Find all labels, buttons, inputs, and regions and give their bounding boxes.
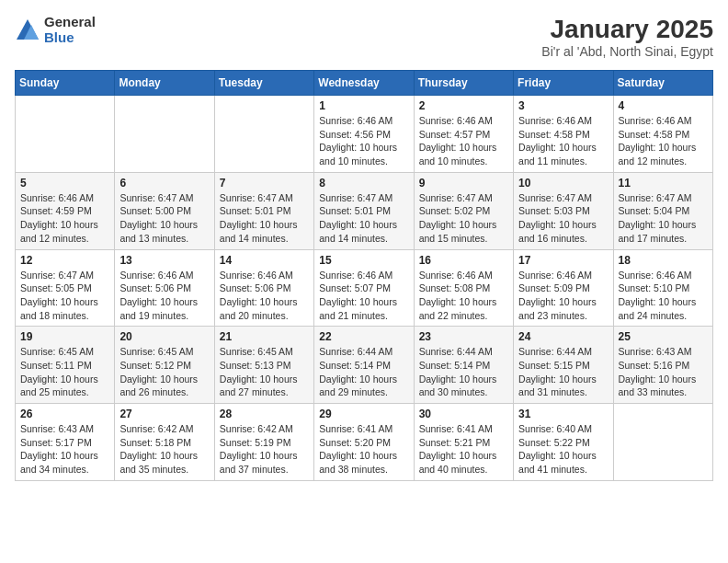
day-info: Sunrise: 6:45 AM Sunset: 5:12 PM Dayligh…: [119, 345, 209, 399]
day-number: 22: [319, 330, 408, 343]
calendar-subtitle: Bi'r al 'Abd, North Sinai, Egypt: [541, 44, 713, 59]
calendar-cell: 6Sunrise: 6:47 AM Sunset: 5:00 PM Daylig…: [115, 172, 214, 249]
calendar-cell: 25Sunrise: 6:43 AM Sunset: 5:16 PM Dayli…: [613, 327, 712, 404]
day-info: Sunrise: 6:44 AM Sunset: 5:15 PM Dayligh…: [518, 345, 608, 399]
calendar-cell: 27Sunrise: 6:42 AM Sunset: 5:18 PM Dayli…: [115, 404, 214, 481]
calendar-cell: 12Sunrise: 6:47 AM Sunset: 5:05 PM Dayli…: [16, 249, 115, 327]
logo-blue-text: Blue: [44, 30, 96, 46]
day-info: Sunrise: 6:46 AM Sunset: 4:58 PM Dayligh…: [518, 114, 608, 168]
calendar-week-row: 1Sunrise: 6:46 AM Sunset: 4:56 PM Daylig…: [16, 96, 713, 173]
day-number: 7: [220, 177, 309, 190]
logo-general-text: General: [44, 15, 96, 30]
day-info: Sunrise: 6:46 AM Sunset: 4:56 PM Dayligh…: [319, 114, 408, 168]
header: General Blue January 2025 Bi'r al 'Abd, …: [15, 15, 713, 59]
calendar-cell: 29Sunrise: 6:41 AM Sunset: 5:20 PM Dayli…: [314, 404, 414, 481]
day-number: 28: [220, 408, 309, 420]
calendar-week-row: 19Sunrise: 6:45 AM Sunset: 5:11 PM Dayli…: [16, 327, 713, 404]
calendar-cell: 26Sunrise: 6:43 AM Sunset: 5:17 PM Dayli…: [16, 404, 115, 481]
day-header-saturday: Saturday: [613, 71, 712, 96]
day-info: Sunrise: 6:46 AM Sunset: 5:10 PM Dayligh…: [619, 269, 708, 323]
day-number: 4: [619, 99, 708, 112]
day-number: 20: [119, 330, 209, 343]
calendar-cell: 7Sunrise: 6:47 AM Sunset: 5:01 PM Daylig…: [214, 172, 313, 249]
day-number: 30: [419, 408, 508, 420]
day-info: Sunrise: 6:41 AM Sunset: 5:20 PM Dayligh…: [319, 422, 408, 477]
calendar-cell: 30Sunrise: 6:41 AM Sunset: 5:21 PM Dayli…: [414, 404, 513, 481]
day-number: 1: [319, 99, 408, 112]
day-info: Sunrise: 6:41 AM Sunset: 5:21 PM Dayligh…: [419, 422, 508, 477]
calendar-cell: [613, 404, 712, 481]
calendar-week-row: 26Sunrise: 6:43 AM Sunset: 5:17 PM Dayli…: [16, 404, 713, 481]
logo-text: General Blue: [44, 15, 96, 45]
day-info: Sunrise: 6:47 AM Sunset: 5:01 PM Dayligh…: [220, 191, 309, 246]
day-info: Sunrise: 6:46 AM Sunset: 5:09 PM Dayligh…: [518, 269, 608, 323]
calendar-cell: [115, 96, 214, 173]
calendar-title: January 2025: [541, 15, 713, 44]
calendar-cell: 2Sunrise: 6:46 AM Sunset: 4:57 PM Daylig…: [414, 96, 513, 173]
day-info: Sunrise: 6:47 AM Sunset: 5:02 PM Dayligh…: [419, 191, 508, 246]
day-info: Sunrise: 6:46 AM Sunset: 5:08 PM Dayligh…: [419, 269, 508, 323]
day-header-sunday: Sunday: [16, 71, 115, 96]
day-info: Sunrise: 6:42 AM Sunset: 5:18 PM Dayligh…: [119, 422, 209, 477]
day-info: Sunrise: 6:47 AM Sunset: 5:05 PM Dayligh…: [20, 269, 109, 323]
day-header-thursday: Thursday: [414, 71, 513, 96]
calendar-week-row: 12Sunrise: 6:47 AM Sunset: 5:05 PM Dayli…: [16, 249, 713, 327]
logo-icon: [15, 17, 40, 43]
calendar-cell: 5Sunrise: 6:46 AM Sunset: 4:59 PM Daylig…: [16, 172, 115, 249]
day-number: 26: [20, 408, 109, 420]
calendar-cell: 24Sunrise: 6:44 AM Sunset: 5:15 PM Dayli…: [514, 327, 613, 404]
day-info: Sunrise: 6:44 AM Sunset: 5:14 PM Dayligh…: [419, 345, 508, 399]
day-number: 2: [419, 99, 508, 112]
calendar-week-row: 5Sunrise: 6:46 AM Sunset: 4:59 PM Daylig…: [16, 172, 713, 249]
calendar-cell: 17Sunrise: 6:46 AM Sunset: 5:09 PM Dayli…: [514, 249, 613, 327]
calendar-cell: 28Sunrise: 6:42 AM Sunset: 5:19 PM Dayli…: [214, 404, 313, 481]
day-info: Sunrise: 6:46 AM Sunset: 5:06 PM Dayligh…: [119, 269, 209, 323]
calendar-cell: 10Sunrise: 6:47 AM Sunset: 5:03 PM Dayli…: [514, 172, 613, 249]
day-number: 17: [518, 254, 608, 267]
calendar-cell: 4Sunrise: 6:46 AM Sunset: 4:58 PM Daylig…: [613, 96, 712, 173]
day-info: Sunrise: 6:45 AM Sunset: 5:13 PM Dayligh…: [220, 345, 309, 399]
calendar-cell: 16Sunrise: 6:46 AM Sunset: 5:08 PM Dayli…: [414, 249, 513, 327]
calendar-cell: 8Sunrise: 6:47 AM Sunset: 5:01 PM Daylig…: [314, 172, 414, 249]
day-number: 14: [220, 254, 309, 267]
day-info: Sunrise: 6:47 AM Sunset: 5:00 PM Dayligh…: [119, 191, 209, 246]
day-header-tuesday: Tuesday: [214, 71, 313, 96]
day-number: 15: [319, 254, 408, 267]
calendar-cell: 14Sunrise: 6:46 AM Sunset: 5:06 PM Dayli…: [214, 249, 313, 327]
day-number: 19: [20, 330, 109, 343]
calendar-cell: [16, 96, 115, 173]
day-info: Sunrise: 6:46 AM Sunset: 4:58 PM Dayligh…: [619, 114, 708, 168]
day-number: 5: [20, 177, 109, 190]
calendar-cell: 15Sunrise: 6:46 AM Sunset: 5:07 PM Dayli…: [314, 249, 414, 327]
day-number: 3: [518, 99, 608, 112]
calendar-cell: 11Sunrise: 6:47 AM Sunset: 5:04 PM Dayli…: [613, 172, 712, 249]
day-info: Sunrise: 6:43 AM Sunset: 5:16 PM Dayligh…: [619, 345, 708, 399]
day-info: Sunrise: 6:46 AM Sunset: 5:06 PM Dayligh…: [220, 269, 309, 323]
day-info: Sunrise: 6:46 AM Sunset: 4:59 PM Dayligh…: [20, 191, 109, 246]
calendar-cell: 21Sunrise: 6:45 AM Sunset: 5:13 PM Dayli…: [214, 327, 313, 404]
calendar-cell: 23Sunrise: 6:44 AM Sunset: 5:14 PM Dayli…: [414, 327, 513, 404]
calendar-cell: 1Sunrise: 6:46 AM Sunset: 4:56 PM Daylig…: [314, 96, 414, 173]
calendar-cell: 9Sunrise: 6:47 AM Sunset: 5:02 PM Daylig…: [414, 172, 513, 249]
day-info: Sunrise: 6:47 AM Sunset: 5:04 PM Dayligh…: [619, 191, 708, 246]
calendar-cell: 20Sunrise: 6:45 AM Sunset: 5:12 PM Dayli…: [115, 327, 214, 404]
day-number: 18: [619, 254, 708, 267]
day-header-friday: Friday: [514, 71, 613, 96]
day-number: 21: [220, 330, 309, 343]
day-info: Sunrise: 6:40 AM Sunset: 5:22 PM Dayligh…: [518, 422, 608, 477]
calendar-cell: 31Sunrise: 6:40 AM Sunset: 5:22 PM Dayli…: [514, 404, 613, 481]
day-info: Sunrise: 6:43 AM Sunset: 5:17 PM Dayligh…: [20, 422, 109, 477]
day-info: Sunrise: 6:45 AM Sunset: 5:11 PM Dayligh…: [20, 345, 109, 399]
calendar-cell: 13Sunrise: 6:46 AM Sunset: 5:06 PM Dayli…: [115, 249, 214, 327]
calendar-cell: 18Sunrise: 6:46 AM Sunset: 5:10 PM Dayli…: [613, 249, 712, 327]
day-info: Sunrise: 6:46 AM Sunset: 5:07 PM Dayligh…: [319, 269, 408, 323]
calendar-table: SundayMondayTuesdayWednesdayThursdayFrid…: [15, 70, 713, 481]
day-info: Sunrise: 6:44 AM Sunset: 5:14 PM Dayligh…: [319, 345, 408, 399]
day-info: Sunrise: 6:46 AM Sunset: 4:57 PM Dayligh…: [419, 114, 508, 168]
logo: General Blue: [15, 15, 96, 45]
calendar-cell: 22Sunrise: 6:44 AM Sunset: 5:14 PM Dayli…: [314, 327, 414, 404]
day-number: 10: [518, 177, 608, 190]
day-number: 11: [619, 177, 708, 190]
day-number: 6: [119, 177, 209, 190]
day-info: Sunrise: 6:47 AM Sunset: 5:03 PM Dayligh…: [518, 191, 608, 246]
